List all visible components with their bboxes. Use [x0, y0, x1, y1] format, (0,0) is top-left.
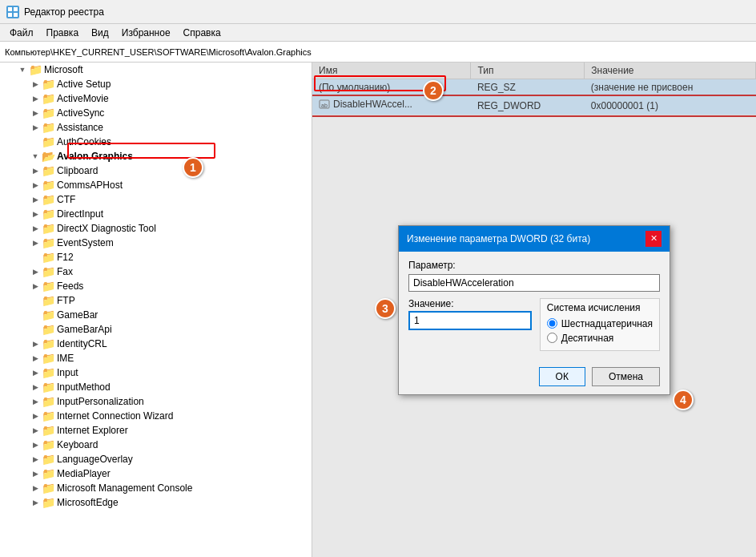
- radio-hex-input[interactable]: [547, 318, 557, 329]
- tree-item-activesync[interactable]: ▶ 📁 ActiveSync: [0, 106, 312, 120]
- tree-label: IME: [57, 353, 74, 364]
- folder-icon: 📁: [42, 367, 54, 378]
- folder-icon: 📁: [42, 208, 54, 220]
- tree-item-directx-diagnostic[interactable]: ▶ 📁 DirectX Diagnostic Tool: [0, 221, 312, 236]
- tree-item-microsoft[interactable]: ▼ 📁 Microsoft: [0, 63, 312, 77]
- tree-label: Internet Explorer: [57, 425, 128, 436]
- expand-arrow: ▶: [29, 498, 42, 507]
- tree-label: InputPersonalization: [57, 396, 144, 407]
- tree-label: Feeds: [57, 281, 83, 292]
- dialog-row: Значение: Система исчисления Шестнадцате…: [408, 298, 660, 351]
- expand-arrow: ▶: [29, 470, 42, 478]
- folder-icon: 📁: [42, 324, 54, 335]
- expand-arrow: ▼: [29, 152, 42, 160]
- menu-edit[interactable]: Правка: [40, 26, 86, 40]
- folder-icon: 📁: [42, 309, 54, 321]
- menu-help[interactable]: Справка: [177, 26, 227, 40]
- radio-hex[interactable]: Шестнадцатеричная: [547, 318, 653, 329]
- folder-icon: 📁: [42, 107, 54, 119]
- expand-arrow: ▶: [29, 239, 42, 247]
- badge-3: 3: [375, 298, 396, 319]
- tree-item-input[interactable]: ▶ 📁 Input: [0, 365, 312, 380]
- tree-item-active-setup[interactable]: ▶ 📁 Active Setup: [0, 77, 312, 91]
- svg-rect-0: [8, 7, 12, 11]
- tree-label: DirectInput: [57, 208, 103, 220]
- tree-label: ActiveMovie: [57, 93, 109, 104]
- tree-item-internet-connection-wizard[interactable]: ▶ 📁 Internet Connection Wizard: [0, 409, 312, 423]
- dword-dialog: 3 4 Изменение параметра DWORD (32 бита) …: [398, 225, 670, 395]
- radio-dec-input[interactable]: [547, 333, 557, 343]
- dialog-close-button[interactable]: ✕: [645, 231, 662, 247]
- tree-item-directinput[interactable]: ▶ 📁 DirectInput: [0, 207, 312, 221]
- address-path: Компьютер\HKEY_CURRENT_USER\SOFTWARE\Mic…: [5, 47, 312, 57]
- tree-item-gamebarapi[interactable]: 📁 GameBarApi: [0, 322, 312, 337]
- tree-item-feeds[interactable]: ▶ 📁 Feeds: [0, 279, 312, 293]
- expand-arrow: ▶: [29, 354, 42, 362]
- folder-icon: 📁: [42, 439, 54, 450]
- tree-label: Clipboard: [57, 165, 98, 176]
- tree-item-fax[interactable]: ▶ 📁 Fax: [0, 264, 312, 279]
- tree-item-ime[interactable]: ▶ 📁 IME: [0, 351, 312, 365]
- tree-label: MicrosoftEdge: [57, 497, 119, 508]
- tree-label: F12: [57, 252, 74, 263]
- tree-item-activemovie[interactable]: ▶ 📁 ActiveMovie: [0, 91, 312, 106]
- tree-label: Avalon.Graphics: [57, 151, 133, 162]
- dialog-buttons: ОК Отмена: [399, 367, 670, 394]
- svg-rect-2: [8, 13, 12, 17]
- tree-item-ctf[interactable]: ▶ 📁 CTF: [0, 192, 312, 207]
- tree-item-assistance[interactable]: ▶ 📁 Assistance: [0, 120, 312, 135]
- tree-item-avalon-graphics[interactable]: ▼ 📂 Avalon.Graphics: [0, 149, 312, 163]
- dialog-title: Изменение параметра DWORD (32 бита): [407, 233, 590, 244]
- tree-item-ie[interactable]: ▶ 📁 Internet Explorer: [0, 423, 312, 438]
- tree-item-inputmethod[interactable]: ▶ 📁 InputMethod: [0, 380, 312, 394]
- tree-item-eventsystem[interactable]: ▶ 📁 EventSystem: [0, 236, 312, 250]
- tree-item-gamebar[interactable]: 📁 GameBar: [0, 308, 312, 322]
- tree-item-inputpersonalization[interactable]: ▶ 📁 InputPersonalization: [0, 394, 312, 409]
- tree-item-identitycrl[interactable]: ▶ 📁 IdentityCRL: [0, 337, 312, 351]
- tree-label: Keyboard: [57, 439, 98, 450]
- folder-icon: 📁: [42, 410, 54, 422]
- folder-icon: 📁: [42, 454, 54, 465]
- tree-label: Microsoft: [44, 64, 83, 75]
- expand-arrow: ▶: [29, 412, 42, 420]
- tree-label: AuthCookies: [57, 136, 111, 147]
- folder-icon: 📁: [42, 165, 54, 176]
- tree-item-ftp[interactable]: 📁 FTP: [0, 293, 312, 308]
- expand-arrow: ▶: [29, 109, 42, 117]
- param-label: Параметр:: [408, 260, 660, 271]
- folder-icon: 📁: [42, 180, 54, 191]
- tree-panel: ▼ 📁 Microsoft ▶ 📁 Active Setup ▶ 📁 Activ…: [0, 63, 312, 557]
- expand-arrow: ▶: [29, 383, 42, 391]
- tree-item-keyboard[interactable]: ▶ 📁 Keyboard: [0, 438, 312, 452]
- folder-icon: 📁: [42, 122, 54, 133]
- menu-favorites[interactable]: Избранное: [115, 26, 177, 40]
- menu-file[interactable]: Файл: [3, 26, 40, 40]
- tree-item-mediaplayer[interactable]: ▶ 📁 MediaPlayer: [0, 466, 312, 481]
- expand-arrow: ▶: [29, 181, 42, 189]
- expand-arrow: ▼: [16, 66, 29, 74]
- folder-icon: 📁: [42, 281, 54, 292]
- expand-arrow: ▶: [29, 426, 42, 434]
- expand-arrow: ▶: [29, 95, 42, 103]
- tree-item-clipboard[interactable]: ▶ 📁 Clipboard: [0, 163, 312, 178]
- tree-label: LanguageOverlay: [57, 454, 133, 465]
- folder-icon: 📁: [42, 136, 54, 147]
- radio-section: Система исчисления Шестнадцатеричная Дес…: [540, 298, 660, 351]
- tree-item-f12[interactable]: 📁 F12: [0, 250, 312, 264]
- folder-icon: 📁: [42, 93, 54, 104]
- expand-arrow: ▶: [29, 167, 42, 175]
- tree-item-authcookies[interactable]: 📁 AuthCookies: [0, 135, 312, 149]
- menu-view[interactable]: Вид: [85, 26, 115, 40]
- expand-arrow: ▶: [29, 484, 42, 492]
- cancel-button[interactable]: Отмена: [592, 367, 660, 386]
- tree-item-commsaphost[interactable]: ▶ 📁 CommsAPHost: [0, 178, 312, 192]
- ok-button[interactable]: ОК: [539, 367, 585, 386]
- tree-item-mmc[interactable]: ▶ 📁 Microsoft Management Console: [0, 481, 312, 495]
- value-input[interactable]: [408, 311, 532, 330]
- badge-1: 1: [183, 157, 203, 178]
- tree-item-languageoverlay[interactable]: ▶ 📁 LanguageOverlay: [0, 452, 312, 466]
- tree-item-msedge[interactable]: ▶ 📁 MicrosoftEdge: [0, 495, 312, 510]
- radio-dec[interactable]: Десятичная: [547, 333, 653, 344]
- expand-arrow: ▶: [29, 210, 42, 218]
- param-input[interactable]: [408, 274, 660, 292]
